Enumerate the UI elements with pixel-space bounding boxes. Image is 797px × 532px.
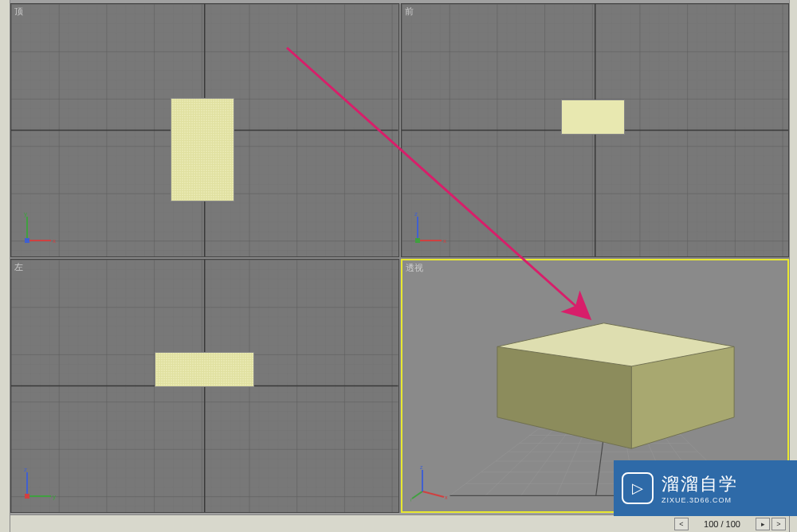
svg-marker-44 [631,346,734,448]
viewport-top[interactable]: 顶 x y [10,3,399,257]
svg-line-36 [556,429,586,496]
frame-counter: 100 / 100 [690,518,754,530]
timeline-next-button[interactable]: > [771,518,786,530]
svg-marker-46 [497,323,733,366]
axis-gizmo-front: x z [410,209,450,248]
svg-text:y: y [53,493,56,500]
axis-gizmo-top: x y [19,209,59,248]
svg-text:z: z [420,464,423,470]
svg-line-51 [412,491,422,499]
svg-rect-16 [415,238,420,243]
svg-line-49 [631,346,734,366]
object-box-front[interactable] [561,100,625,135]
viewport-label-perspective: 透视 [406,262,423,274]
object-box-top[interactable] [171,98,234,201]
viewport-label-front: 前 [405,6,414,18]
svg-rect-24 [25,494,29,499]
watermark-title: 溜溜自学 [662,472,738,496]
viewport-front[interactable]: 前 x z [401,3,790,257]
svg-line-37 [595,429,604,496]
svg-text:z: z [24,466,27,473]
axis-gizmo-perspective: x y z [410,464,450,503]
timeline-prev-button[interactable]: < [674,518,689,530]
watermark-banner: ▷ 溜溜自学 ZIXUE.3D66.COM [614,460,797,516]
svg-line-50 [422,491,444,497]
svg-text:y: y [24,210,27,217]
svg-rect-8 [25,238,29,243]
left-toolbar-strip [0,0,10,532]
right-panel-strip [789,0,797,532]
svg-text:x: x [53,237,56,244]
svg-marker-45 [497,346,630,448]
object-box-perspective [497,323,733,449]
svg-line-34 [485,429,554,496]
svg-line-33 [450,429,538,496]
object-box-left[interactable] [155,352,254,387]
svg-text:z: z [414,210,418,217]
svg-line-35 [520,429,569,496]
svg-line-48 [497,346,630,366]
status-bar: < 100 / 100 ▸ > [10,514,789,532]
timeline-play-button[interactable]: ▸ [756,518,770,530]
watermark-subtitle: ZIXUE.3D66.COM [662,496,738,504]
svg-text:x: x [443,237,446,244]
svg-line-43 [595,429,604,496]
watermark-play-icon: ▷ [622,472,654,504]
svg-text:y: y [410,497,412,503]
viewport-label-top: 顶 [14,6,23,18]
svg-text:x: x [445,495,448,500]
viewport-quad: 顶 x y 前 [10,3,789,513]
viewport-label-left: 左 [14,261,23,273]
viewport-left[interactable]: 左 y z [10,259,399,513]
axis-gizmo-left: y z [19,464,59,504]
